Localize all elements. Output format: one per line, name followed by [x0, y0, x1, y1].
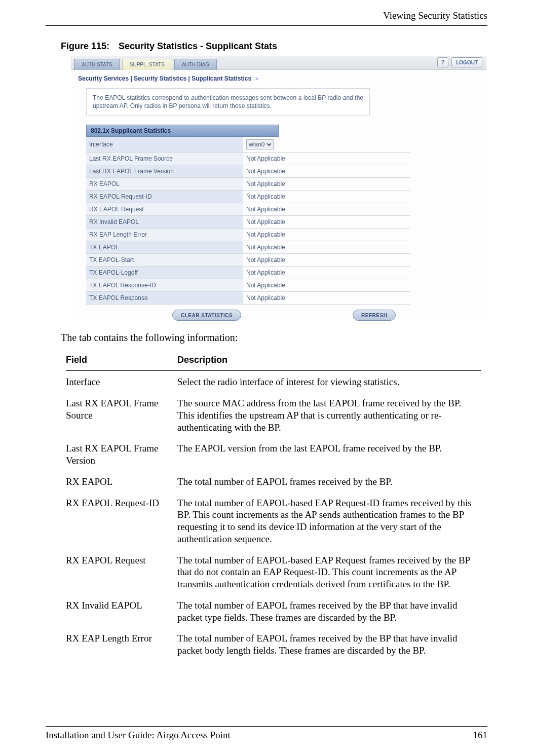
desc-field: RX EAP Length Error [66, 627, 177, 661]
row-value: Not Applicable [243, 229, 410, 241]
row-label: RX EAPOL Request-ID [86, 191, 243, 203]
row-label: TX EAPOL-Logoff [86, 267, 243, 279]
table-row: TX EAPOL Response-IDNot Applicable [86, 279, 410, 292]
row-label: TX EAPOL [86, 241, 243, 254]
row-value: Not Applicable [243, 241, 410, 254]
desc-field: Interface [66, 371, 177, 392]
row-value: Not Applicable [243, 292, 410, 305]
button-row: CLEAR STATISTICS REFRESH [86, 310, 471, 321]
table-row: TX EAPOL-StartNot Applicable [86, 254, 410, 267]
page-header-section: Viewing Security Statistics [46, 10, 487, 25]
table-row: RX EAP Length ErrorThe total number of E… [66, 627, 481, 661]
body-intro-text: The tab contains the following informati… [61, 332, 487, 344]
desc-field: Last RX EAPOL Frame Version [66, 437, 177, 471]
tab-suppl-stats[interactable]: SUPPL. STATS [122, 59, 172, 70]
desc-text: The total number of EAPOL frames receive… [177, 594, 481, 628]
row-value: Not Applicable [243, 203, 410, 216]
desc-text: Select the radio interface of interest f… [177, 371, 481, 392]
figure-caption: Figure 115:Security Statistics - Supplic… [61, 41, 487, 52]
desc-header-desc: Description [177, 351, 481, 371]
desc-text: The source MAC address from the last EAP… [177, 392, 481, 437]
desc-field: RX EAPOL Request [66, 549, 177, 594]
table-row: RX EAPOL RequestNot Applicable [86, 203, 410, 216]
row-value: Not Applicable [243, 216, 410, 229]
table-row: RX EAPOL RequestThe total number of EAPO… [66, 549, 481, 594]
desc-header-field: Field [66, 351, 177, 371]
row-value: Not Applicable [243, 279, 410, 292]
table-row: Last RX EAPOL Frame SourceThe source MAC… [66, 392, 481, 437]
footer-page-number: 161 [473, 730, 488, 741]
table-row: InterfaceSelect the radio interface of i… [66, 371, 481, 392]
desc-field: RX Invalid EAPOL [66, 594, 177, 628]
info-box: The EAPOL statistics correspond to authe… [86, 88, 370, 116]
tab-bar: AUTH STATS SUPPL. STATS AUTH DIAG ? LOGO… [71, 56, 486, 70]
figure-title: Security Statistics - Supplicant Stats [119, 41, 277, 51]
desc-field: RX EAPOL Request-ID [66, 492, 177, 549]
row-label: TX EAPOL Response-ID [86, 279, 243, 292]
desc-text: The total number of EAPOL-based EAP Requ… [177, 549, 481, 594]
row-value: Not Applicable [243, 165, 410, 178]
footer-rule [46, 726, 487, 727]
breadcrumb-arrow-icon: » [255, 75, 259, 82]
table-row: Interface wlan0 [86, 137, 410, 153]
row-value: wlan0 [243, 137, 410, 153]
tab-auth-stats[interactable]: AUTH STATS [74, 59, 120, 70]
description-table: Field Description InterfaceSelect the ra… [66, 351, 481, 661]
section-title: 802.1x Supplicant Statistics [86, 125, 279, 137]
row-value: Not Applicable [243, 191, 410, 203]
row-label: RX EAPOL Request [86, 203, 243, 216]
row-label: Interface [86, 137, 243, 153]
table-row: RX EAPOLThe total number of EAPOL frames… [66, 471, 481, 492]
footer-left: Installation and User Guide: Airgo Acces… [46, 730, 231, 741]
tab-auth-diag[interactable]: AUTH DIAG [174, 59, 217, 70]
desc-text: The total number of EAPOL-based EAP Requ… [177, 492, 481, 549]
table-row: RX EAPOL Request-IDThe total number of E… [66, 492, 481, 549]
desc-text: The EAPOL version from the last EAPOL fr… [177, 437, 481, 471]
table-row: TX EAPOL ResponseNot Applicable [86, 292, 410, 305]
header-rule [46, 25, 487, 26]
row-label: Last RX EAPOL Frame Source [86, 153, 243, 165]
table-row: TX EAPOL-LogoffNot Applicable [86, 267, 410, 279]
desc-field: Last RX EAPOL Frame Source [66, 392, 177, 437]
table-row: RX Invalid EAPOLNot Applicable [86, 216, 410, 229]
interface-select[interactable]: wlan0 [246, 139, 274, 149]
row-label: TX EAPOL Response [86, 292, 243, 305]
screenshot-panel: AUTH STATS SUPPL. STATS AUTH DIAG ? LOGO… [71, 56, 486, 321]
table-row: RX EAPOL Request-IDNot Applicable [86, 191, 410, 203]
table-row: Last RX EAPOL Frame VersionNot Applicabl… [86, 165, 410, 178]
table-row: Last RX EAPOL Frame VersionThe EAPOL ver… [66, 437, 481, 471]
row-label: Last RX EAPOL Frame Version [86, 165, 243, 178]
table-row: RX EAP Length ErrorNot Applicable [86, 229, 410, 241]
figure-number: Figure 115: [61, 41, 109, 51]
stats-table: Interface wlan0 Last RX EAPOL Frame Sour… [86, 137, 410, 305]
logout-button[interactable]: LOGOUT [451, 57, 482, 67]
table-row: TX EAPOLNot Applicable [86, 241, 410, 254]
page-footer: Installation and User Guide: Airgo Acces… [46, 726, 487, 741]
refresh-button[interactable]: REFRESH [353, 310, 396, 321]
row-value: Not Applicable [243, 178, 410, 191]
table-row: Last RX EAPOL Frame SourceNot Applicable [86, 153, 410, 165]
desc-text: The total number of EAPOL frames receive… [177, 471, 481, 492]
table-row: RX Invalid EAPOLThe total number of EAPO… [66, 594, 481, 628]
desc-text: The total number of EAPOL frames receive… [177, 627, 481, 661]
row-label: TX EAPOL-Start [86, 254, 243, 267]
clear-statistics-button[interactable]: CLEAR STATISTICS [172, 310, 241, 321]
row-value: Not Applicable [243, 254, 410, 267]
help-button[interactable]: ? [437, 57, 448, 67]
breadcrumb: Security Services | Security Statistics … [71, 70, 486, 85]
row-label: RX Invalid EAPOL [86, 216, 243, 229]
row-label: RX EAP Length Error [86, 229, 243, 241]
row-label: RX EAPOL [86, 178, 243, 191]
row-value: Not Applicable [243, 153, 410, 165]
desc-field: RX EAPOL [66, 471, 177, 492]
row-value: Not Applicable [243, 267, 410, 279]
table-row: RX EAPOLNot Applicable [86, 178, 410, 191]
breadcrumb-text: Security Services | Security Statistics … [78, 75, 251, 82]
